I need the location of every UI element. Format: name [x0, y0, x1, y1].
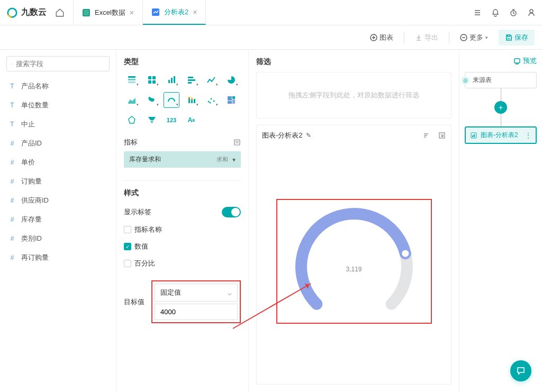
- sort-icon[interactable]: [422, 132, 430, 139]
- field-item[interactable]: #类别ID: [6, 229, 110, 248]
- checkbox-icon: [124, 226, 131, 233]
- user-icon[interactable]: [527, 8, 536, 17]
- expand-icon[interactable]: [438, 132, 446, 139]
- export-button[interactable]: 导出: [415, 33, 438, 42]
- field-label: 类别ID: [21, 234, 42, 243]
- chart-type-grid[interactable]: ▾: [144, 72, 160, 88]
- checkbox-metric-name[interactable]: 指标名称: [124, 221, 241, 238]
- svg-rect-2: [84, 10, 89, 15]
- field-item[interactable]: #再订购量: [6, 248, 110, 267]
- field-item[interactable]: #订购量: [6, 172, 110, 191]
- chart-type-stacked-bar[interactable]: ▾: [184, 92, 200, 108]
- chart-type-radar[interactable]: [124, 112, 140, 128]
- number-type-icon: #: [8, 140, 16, 147]
- checkbox-value[interactable]: ✓数值: [124, 238, 241, 255]
- more-icon[interactable]: ⋮: [525, 132, 531, 139]
- chart-type-bar[interactable]: ▾: [164, 72, 179, 88]
- field-item[interactable]: #产品ID: [6, 134, 110, 153]
- help-fab[interactable]: [510, 360, 531, 381]
- svg-rect-41: [514, 59, 520, 63]
- chart-type-line[interactable]: ▾: [203, 72, 219, 88]
- more-button[interactable]: 更多 ▾: [460, 33, 488, 42]
- chart-card: 图表-分析表2 ✎ 3,119: [256, 125, 451, 385]
- field-item[interactable]: #库存量: [6, 210, 110, 229]
- field-label: 再订购量: [21, 253, 49, 262]
- chart-type-table[interactable]: ▾: [124, 72, 140, 88]
- brand-logo[interactable]: 九数云: [6, 7, 47, 19]
- tab-analysis-2[interactable]: 分析表2 ×: [143, 0, 206, 25]
- metric-settings-icon[interactable]: [233, 139, 241, 146]
- show-label-toggle[interactable]: [222, 207, 241, 217]
- edit-icon[interactable]: ✎: [306, 132, 311, 139]
- show-label-row: 显示标签: [124, 203, 241, 221]
- svg-rect-16: [168, 80, 170, 83]
- chart-type-gauge[interactable]: ▾: [164, 92, 179, 108]
- target-icon: ◎: [461, 76, 469, 85]
- search-field[interactable]: [16, 60, 105, 68]
- svg-rect-18: [174, 76, 175, 83]
- svg-point-27: [208, 101, 210, 103]
- close-icon[interactable]: ×: [130, 8, 134, 17]
- filter-section: 筛选 拖拽左侧字段到此处，对原始数据进行筛选: [256, 57, 451, 118]
- list-icon[interactable]: [473, 8, 482, 17]
- chart-node[interactable]: 图表-分析表2 ⋮: [465, 126, 537, 144]
- chart-type-hbar[interactable]: ▾: [184, 72, 200, 88]
- chart-type-area[interactable]: ▾: [124, 92, 140, 108]
- source-node[interactable]: ◎ 来源表: [465, 72, 537, 88]
- brand-mark-icon: [6, 7, 18, 19]
- svg-rect-14: [148, 80, 151, 84]
- home-icon[interactable]: [55, 8, 65, 17]
- target-value-input[interactable]: [155, 304, 238, 320]
- search-input[interactable]: [6, 56, 110, 71]
- type-section-title: 类型: [124, 57, 241, 67]
- filter-dropzone[interactable]: 拖拽左侧字段到此处，对原始数据进行筛选: [256, 72, 451, 118]
- metric-pill[interactable]: 库存量求和 求和 ▾: [124, 151, 241, 168]
- topbar: 九数云 Excel数据 × 分析表2 ×: [0, 0, 542, 25]
- text-type-icon: T: [8, 121, 16, 128]
- svg-point-40: [401, 249, 409, 258]
- preview-button[interactable]: 预览: [465, 56, 537, 66]
- chart-type-scatter[interactable]: ▾: [203, 92, 219, 108]
- field-item[interactable]: T中止: [6, 115, 110, 134]
- topbar-actions: [473, 8, 536, 17]
- field-item[interactable]: #供应商ID: [6, 191, 110, 210]
- svg-marker-37: [150, 121, 153, 123]
- bell-icon[interactable]: [491, 8, 500, 17]
- close-icon[interactable]: ×: [193, 8, 197, 16]
- chart-type-treemap[interactable]: [223, 92, 239, 108]
- svg-rect-22: [188, 98, 190, 103]
- save-button[interactable]: 保存: [499, 30, 535, 45]
- chat-icon: [516, 366, 526, 376]
- gauge-highlight: 3,119: [276, 199, 432, 324]
- minus-circle-icon: [460, 34, 467, 41]
- field-item[interactable]: T产品名称: [6, 77, 110, 96]
- svg-rect-11: [128, 81, 136, 83]
- chart-card-header: 图表-分析表2 ✎: [262, 131, 446, 140]
- number-type-icon: #: [8, 197, 16, 204]
- svg-rect-20: [188, 79, 195, 81]
- field-item[interactable]: T单位数量: [6, 96, 110, 115]
- chart-type-funnel[interactable]: [144, 112, 160, 128]
- chart-type-pie[interactable]: ▾: [223, 72, 239, 88]
- add-node-button[interactable]: +: [494, 101, 507, 114]
- checkbox-percent[interactable]: 百分比: [124, 255, 241, 272]
- chart-type-map[interactable]: ▾: [144, 92, 160, 108]
- style-section: 样式 显示标签 指标名称 ✓数值 百分比 目标值 固定值 ⌵: [124, 180, 241, 323]
- add-chart-button[interactable]: 图表: [370, 33, 393, 42]
- chart-type-text[interactable]: AB: [184, 112, 200, 128]
- svg-rect-31: [228, 96, 232, 101]
- tab-excel-data[interactable]: Excel数据 ×: [74, 0, 143, 25]
- svg-rect-33: [232, 99, 235, 104]
- checkbox-icon: [124, 260, 131, 267]
- field-item[interactable]: #单价: [6, 153, 110, 172]
- analysis-icon: [151, 8, 160, 16]
- number-type-icon: #: [8, 216, 16, 223]
- connector: [501, 88, 501, 101]
- style-section-title: 样式: [124, 188, 241, 198]
- chart-type-number[interactable]: 123: [164, 112, 179, 128]
- chart-title: 图表-分析表2: [262, 131, 303, 140]
- timer-icon[interactable]: [509, 8, 518, 17]
- svg-rect-23: [188, 97, 190, 98]
- target-label: 目标值: [124, 297, 147, 307]
- target-mode-select[interactable]: 固定值 ⌵: [155, 284, 238, 302]
